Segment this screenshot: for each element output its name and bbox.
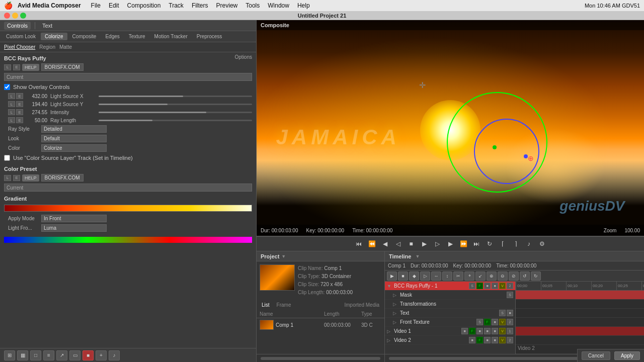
param-lock-icon-4[interactable]: L: [8, 117, 15, 123]
track-icon-text-sq[interactable]: ■: [507, 310, 513, 316]
track-icon-v2-sq2[interactable]: ■: [484, 337, 491, 343]
param-lock-icon-2[interactable]: L: [8, 101, 15, 107]
tab-controls[interactable]: Controls: [4, 22, 31, 30]
tl-btn-11[interactable]: ⊖: [498, 272, 508, 281]
color-select[interactable]: Colorize: [41, 144, 107, 152]
toolbar-grid-btn[interactable]: ⊞: [4, 350, 15, 360]
param-eye-icon-4[interactable]: E: [16, 117, 23, 123]
track-expand-bcc[interactable]: ▼: [387, 284, 392, 289]
tl-btn-7[interactable]: ✂: [453, 272, 463, 281]
btn-go-end[interactable]: ⏭: [471, 238, 482, 249]
light-from-select[interactable]: Luma: [41, 224, 107, 232]
toolbar-square-btn[interactable]: □: [30, 350, 41, 360]
menu-filters[interactable]: Filters: [189, 2, 211, 9]
help-button[interactable]: HELP: [22, 64, 39, 71]
apple-logo-icon[interactable]: 🍎: [4, 2, 13, 10]
tab-text[interactable]: Text: [39, 22, 55, 30]
tab-edges[interactable]: Edges: [101, 33, 123, 40]
param-slider-light-y[interactable]: [99, 104, 252, 105]
tl-btn-13[interactable]: ↺: [520, 272, 530, 281]
tl-btn-8[interactable]: ⌖: [464, 272, 474, 281]
btn-stop[interactable]: ■: [406, 238, 417, 249]
param-eye-icon[interactable]: E: [16, 93, 23, 99]
menu-window[interactable]: Window: [265, 2, 292, 9]
tl-btn-2[interactable]: ■: [398, 272, 408, 281]
btn-play-fwd[interactable]: ▷: [432, 238, 443, 249]
tl-btn-12[interactable]: ⊘: [509, 272, 519, 281]
maximize-button[interactable]: [20, 13, 26, 19]
param-slider-ray-length[interactable]: [99, 120, 252, 121]
tl-btn-6[interactable]: ↕: [442, 272, 452, 281]
track-icon-ft-sq[interactable]: ■: [492, 319, 498, 325]
param-slider-light-x[interactable]: [99, 96, 252, 97]
track-icon-ft-f[interactable]: F: [484, 319, 491, 325]
param-eye-icon-3[interactable]: E: [16, 109, 23, 115]
track-icon-v2-sq[interactable]: ■: [469, 337, 475, 343]
use-color-source-checkbox[interactable]: [4, 155, 10, 161]
track-icon-v1-1[interactable]: 1: [507, 328, 513, 334]
cp-eye-icon[interactable]: E: [13, 175, 20, 181]
track-expand-ft[interactable]: ▷: [393, 320, 398, 325]
tl-btn-5[interactable]: ↔: [431, 272, 441, 281]
preview-tab[interactable]: Composite: [261, 22, 289, 28]
track-icon-sq2[interactable]: ■: [492, 283, 498, 289]
track-icon-sq[interactable]: ■: [484, 283, 491, 289]
track-expand-text[interactable]: ▷: [393, 311, 398, 316]
ray-style-select[interactable]: Detailed: [41, 125, 107, 133]
btn-step-fwd-fast[interactable]: ⏩: [458, 238, 469, 249]
btn-play[interactable]: ▶: [419, 238, 430, 249]
menu-help[interactable]: Help: [294, 2, 313, 9]
timeline-dropdown-icon[interactable]: ▼: [415, 254, 420, 259]
toolbar-film-btn[interactable]: ▦: [17, 350, 28, 360]
apply-button[interactable]: Apply: [614, 351, 640, 360]
btn-out[interactable]: ⌉: [510, 238, 521, 249]
track-icon-v2-sq3[interactable]: ■: [492, 337, 498, 343]
param-slider-intensity[interactable]: [99, 112, 252, 113]
subtab-matte[interactable]: Matte: [59, 44, 72, 50]
subtab-pixel-chooser[interactable]: Pixel Chooser: [4, 44, 35, 50]
menu-composition[interactable]: Composition: [124, 2, 164, 9]
track-expand-v1[interactable]: ▷: [387, 329, 392, 334]
track-expand-v2[interactable]: ▷: [387, 338, 392, 343]
btn-loop[interactable]: ↻: [484, 238, 495, 249]
track-icon-v1-f[interactable]: F: [469, 328, 475, 334]
btn-in[interactable]: ⌈: [497, 238, 508, 249]
menu-preview[interactable]: Preview: [213, 2, 241, 9]
options-button[interactable]: Options: [235, 54, 252, 60]
track-icon-f[interactable]: F: [476, 283, 483, 289]
tab-custom-look[interactable]: Custom Look: [2, 33, 40, 40]
menu-tools[interactable]: Tools: [243, 2, 263, 9]
track-icon-v1-sq3[interactable]: ■: [484, 328, 491, 334]
toolbar-plus-btn[interactable]: +: [96, 350, 107, 360]
btn-step-back[interactable]: ◀: [379, 238, 390, 249]
close-button[interactable]: [4, 13, 10, 19]
track-icon-2[interactable]: 2: [507, 283, 513, 289]
track-expand-mask[interactable]: ▷: [393, 293, 398, 298]
track-icon-mask-s[interactable]: S: [507, 292, 513, 298]
apply-mode-select[interactable]: In Front: [41, 215, 107, 222]
track-icon-ft-2[interactable]: 2: [507, 319, 513, 325]
btn-rewind[interactable]: ◁: [392, 238, 404, 249]
tl-btn-1[interactable]: ▶: [387, 272, 397, 281]
tl-btn-3[interactable]: ◆: [409, 272, 419, 281]
tl-btn-4[interactable]: ▷: [420, 272, 430, 281]
subtab-region[interactable]: Region: [39, 44, 55, 50]
project-item[interactable]: Comp 1 00:00:03:00 3D C: [257, 318, 384, 331]
track-icon-ft-s[interactable]: S: [476, 319, 483, 325]
lock-icon[interactable]: L: [4, 64, 11, 70]
track-icon-v[interactable]: V: [499, 283, 506, 289]
track-icon-v2-f[interactable]: F: [476, 337, 483, 343]
track-icon-v2-2[interactable]: 2: [507, 337, 513, 343]
toolbar-red-btn[interactable]: ■: [83, 350, 94, 360]
view-list-btn[interactable]: List: [260, 302, 272, 308]
param-lock-icon[interactable]: L: [8, 93, 15, 99]
menu-track[interactable]: Track: [166, 2, 187, 9]
track-icon-v1-sq4[interactable]: ■: [492, 328, 498, 334]
track-icon-v1-v[interactable]: V: [499, 328, 506, 334]
tab-preprocess[interactable]: Preprocess: [193, 33, 226, 40]
track-icon-v1-sq2[interactable]: ■: [476, 328, 483, 334]
track-icon-v2-v[interactable]: V: [499, 337, 506, 343]
look-select[interactable]: Default: [41, 135, 107, 142]
toolbar-speaker-btn[interactable]: ♪: [109, 350, 120, 360]
view-frame-btn[interactable]: Frame: [275, 302, 293, 308]
